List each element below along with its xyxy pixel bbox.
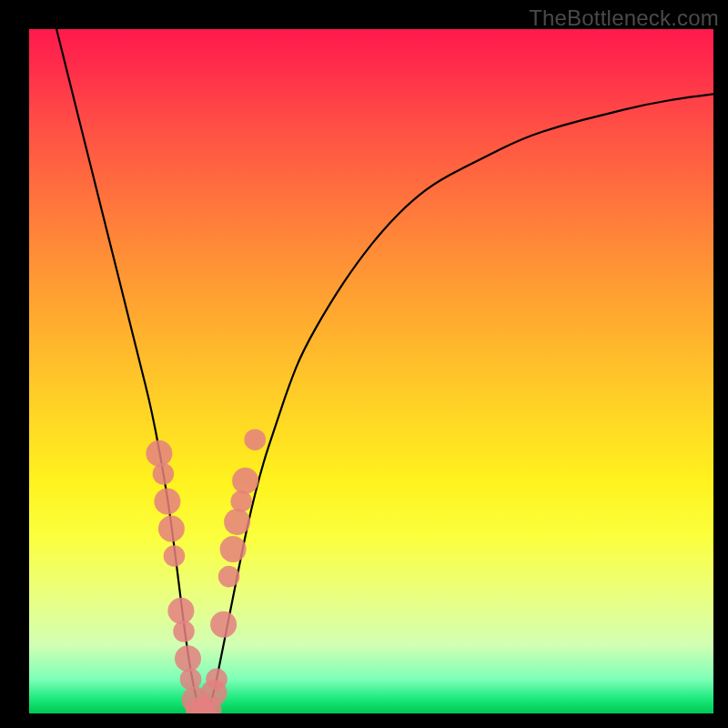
- data-marker: [164, 545, 186, 567]
- data-marker: [230, 490, 252, 512]
- watermark-text: TheBottleneck.com: [529, 5, 719, 31]
- data-marker: [224, 509, 250, 535]
- data-marker: [158, 516, 185, 542]
- data-marker: [146, 440, 172, 467]
- chart-frame: TheBottleneck.com: [0, 0, 728, 728]
- data-marker: [180, 669, 202, 691]
- data-marker: [175, 645, 201, 672]
- plot-area: [29, 29, 713, 713]
- data-marker: [167, 598, 194, 624]
- data-marker: [173, 621, 195, 642]
- marker-group: [146, 429, 266, 713]
- data-marker: [218, 566, 240, 588]
- bottleneck-curve: [56, 29, 713, 713]
- data-marker: [232, 468, 258, 494]
- data-marker: [210, 612, 237, 638]
- data-marker: [220, 536, 247, 562]
- curve-layer: [29, 29, 713, 713]
- data-marker: [206, 669, 228, 691]
- data-marker: [244, 429, 266, 450]
- data-marker: [154, 488, 180, 514]
- data-marker: [153, 463, 175, 485]
